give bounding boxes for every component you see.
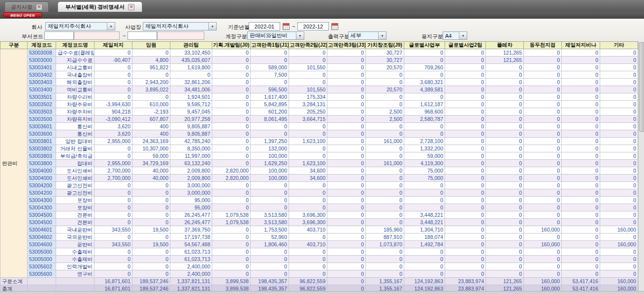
amount-cell: 0 xyxy=(524,197,562,204)
amount-cell: 0 xyxy=(486,263,524,270)
column-header: 기획.개발팀(J0) xyxy=(212,42,251,49)
amount-cell: 0 xyxy=(524,57,562,64)
account-type-label: 계정구분 xyxy=(225,33,247,40)
amount-cell: 0 xyxy=(524,204,562,211)
amount-cell: 9,805,887 xyxy=(170,123,212,130)
amount-cell: 1,612,187 xyxy=(404,101,445,108)
workplace-select[interactable]: 제일저지주식회사 ▼ xyxy=(143,22,217,30)
scrollbar-thumb[interactable] xyxy=(639,42,644,132)
amount-cell: 1,753,500 xyxy=(251,226,289,234)
amount-cell: 3,448,221 xyxy=(404,211,445,219)
amount-cell: 0 xyxy=(327,219,366,226)
subtotal-row: 구분소계16,871,601189,537,2461,337,821,1313,… xyxy=(0,278,638,285)
amount-cell: 0 xyxy=(562,64,600,71)
amount-cell: 40,000 xyxy=(132,167,170,175)
amount-cell: 0 xyxy=(445,270,486,278)
amount-cell: 0 xyxy=(170,71,212,79)
amount-cell: 17,197,738 xyxy=(170,234,212,241)
amount-cell: 121,265 xyxy=(486,278,524,285)
amount-cell: 0 xyxy=(212,226,251,234)
menu-open-button[interactable]: MENU OPEN xyxy=(3,12,42,18)
account-code-cell: 53004300 xyxy=(28,197,56,204)
amount-cell: 0 xyxy=(212,197,251,204)
output-type-select[interactable]: 세부 ▼ xyxy=(348,31,386,40)
amount-cell: 0 xyxy=(562,219,600,226)
account-name-cell: 지급수수료 xyxy=(56,57,95,64)
amount-cell: 0 xyxy=(445,211,486,219)
account-type-select[interactable]: 판매비와일반비 ▼ xyxy=(247,31,304,40)
column-header: 글로벌사업2팀 xyxy=(445,42,486,49)
account-name-cell: 수출제비 xyxy=(56,256,95,263)
amount-cell: 19,500 xyxy=(132,241,170,248)
amount-cell: 0 xyxy=(95,197,132,204)
period-from-input[interactable] xyxy=(249,22,280,30)
account-name-cell: 급수수료(클레임) xyxy=(56,49,95,57)
tab-close-icon[interactable]: ✕ xyxy=(36,4,42,10)
amount-cell: 0 xyxy=(562,204,600,211)
amount-cell: 3,513,580 xyxy=(251,211,289,219)
account-code-cell: 53003402 xyxy=(28,71,56,79)
dept-code-from-input[interactable] xyxy=(44,31,74,40)
dept-code-to-input[interactable] xyxy=(128,31,157,40)
amount-cell: 887,910 xyxy=(366,234,404,241)
calendar-icon[interactable] xyxy=(331,23,338,30)
amount-cell: 0 xyxy=(289,189,327,197)
amount-cell: 0 xyxy=(486,79,524,86)
amount-cell: 0 xyxy=(524,152,562,160)
amount-cell: 400 xyxy=(132,123,170,130)
amount-cell: 0 xyxy=(327,270,366,278)
amount-cell: 0 xyxy=(289,130,327,138)
amount-cell: 0 xyxy=(327,278,366,285)
amount-cell: 0 xyxy=(445,145,486,152)
paper-type-label: 용지구분 xyxy=(421,33,443,40)
table-row: 53003801일반 접대비2,955,00024,363,16942,785,… xyxy=(0,138,638,145)
column-header: 플레차 xyxy=(486,42,524,49)
grid-header-row: 구분계정코드계정코드명제일저지임원관리팀기획.개발팀(J0)고객만족1팀(J1)… xyxy=(0,42,638,49)
amount-cell: 4,389,581 xyxy=(404,86,445,93)
amount-cell: 0 xyxy=(524,49,562,57)
amount-cell: 1,617,400 xyxy=(251,93,289,101)
amount-cell: 0 xyxy=(486,101,524,108)
account-name-cell: 국내운반비 xyxy=(56,226,95,234)
calendar-icon[interactable] xyxy=(283,23,290,30)
amount-cell: 121,265 xyxy=(486,57,524,64)
amount-cell: 0 xyxy=(445,182,486,189)
amount-cell: 0 xyxy=(212,101,251,108)
vertical-scrollbar[interactable] xyxy=(638,41,644,294)
table-row: 53003601통신비3,6204009,805,88700000000000 xyxy=(0,123,638,130)
amount-cell: 124,192,863 xyxy=(404,278,445,285)
tab-expense-report[interactable]: 부서별(세목) 경비명세서 ✕ xyxy=(58,1,142,12)
paper-type-select[interactable]: A4 ▼ xyxy=(443,31,467,40)
chevron-down-icon: ▼ xyxy=(208,23,216,30)
account-name-cell: 일반 접대비 xyxy=(56,138,95,145)
company-select[interactable]: 제일저지주식회사 ▼ xyxy=(45,22,115,30)
amount-cell: 19,500 xyxy=(132,226,170,234)
amount-cell: 0 xyxy=(486,130,524,138)
amount-cell: 0 xyxy=(212,234,251,241)
amount-cell: 0 xyxy=(486,86,524,93)
amount-cell: 0 xyxy=(524,86,562,93)
amount-cell: 0 xyxy=(327,49,366,57)
amount-cell: 0 xyxy=(212,241,251,248)
amount-cell: 0 xyxy=(251,270,289,278)
amount-cell: 0 xyxy=(445,71,486,79)
amount-cell: 0 xyxy=(366,263,404,270)
period-to-input[interactable] xyxy=(297,22,329,30)
chevron-down-icon: ▼ xyxy=(107,23,115,30)
amount-cell: 0 xyxy=(95,93,132,101)
amount-cell: 3,000,000 xyxy=(170,189,212,197)
account-code-cell: 53003403 xyxy=(28,79,56,86)
amount-cell: 0 xyxy=(600,248,638,256)
account-code-cell: 53005000 xyxy=(28,248,56,256)
amount-cell: 160,000 xyxy=(524,241,562,248)
amount-cell: 20,570 xyxy=(366,64,404,71)
amount-cell: 0 xyxy=(524,138,562,145)
amount-cell: 160,000 xyxy=(524,226,562,234)
column-header: 고객만족3팀(J3) xyxy=(327,42,366,49)
tab-close-icon[interactable]: ✕ xyxy=(128,4,134,10)
amount-cell: 0 xyxy=(132,49,170,57)
amount-cell: 0 xyxy=(486,138,524,145)
amount-cell: 0 xyxy=(600,64,638,71)
tab-notice[interactable]: 공지사항 ✕ xyxy=(4,1,49,12)
amount-cell: 0 xyxy=(95,182,132,189)
